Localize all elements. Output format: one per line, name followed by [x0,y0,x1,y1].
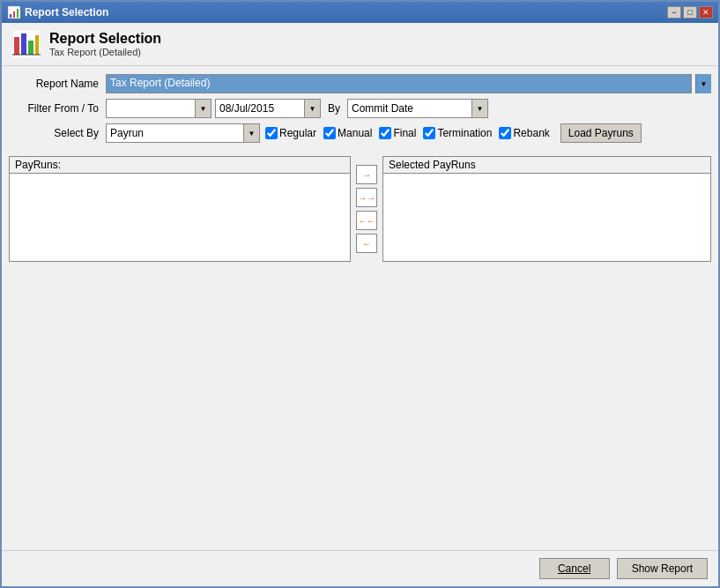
payruns-list-body[interactable] [10,174,350,261]
filter-to-arrow[interactable]: ▼ [304,100,320,117]
svg-rect-5 [14,37,19,55]
payruns-list-header: PayRuns: [10,157,350,174]
filter-to-field[interactable]: 08/Jul/2015 ▼ [215,99,321,118]
manual-checkbox-item: Manual [323,127,372,139]
svg-rect-7 [28,41,33,55]
window-icon [7,5,21,19]
filter-to-value: 08/Jul/2015 [216,102,304,115]
commit-date-value: Commit Date [348,102,471,115]
report-name-control: Tax Report (Detailed) ▼ [106,74,711,93]
termination-label: Termination [437,127,492,139]
header-section: Report Selection Tax Report (Detailed) [2,23,718,66]
title-left: Report Selection [7,5,108,19]
chart-icon [12,30,41,58]
report-name-label: Report Name [9,78,106,90]
main-window: Report Selection − □ ✕ Report Selection … [0,0,720,588]
add-one-button[interactable]: → [356,165,377,184]
regular-label: Regular [279,127,316,139]
selected-payruns-list-header: Selected PayRuns [383,157,710,174]
commit-date-dropdown[interactable]: Commit Date ▼ [347,99,488,118]
svg-rect-2 [13,11,15,18]
maximize-button[interactable]: □ [683,6,697,19]
title-bar-text: Report Selection [25,6,108,19]
bottom-bar: Cancel Show Report [2,550,718,586]
show-report-button[interactable]: Show Report [617,558,708,579]
select-by-value: Payrun [107,127,243,139]
title-bar-buttons: − □ ✕ [667,6,713,19]
header-titles: Report Selection Tax Report (Detailed) [49,31,161,57]
remove-all-button[interactable]: ←← [356,211,377,230]
minimize-button[interactable]: − [667,6,681,19]
select-by-arrow[interactable]: ▼ [243,124,259,142]
select-by-dropdown[interactable]: Payrun ▼ [106,123,260,143]
filter-from-arrow[interactable]: ▼ [195,100,211,117]
content-area: Report Selection Tax Report (Detailed) R… [2,23,718,586]
filter-label: Filter From / To [9,102,106,115]
final-checkbox-item: Final [379,127,416,139]
by-label: By [324,102,344,115]
cancel-button[interactable]: Cancel [539,558,610,579]
form-section: Report Name Tax Report (Detailed) ▼ Filt… [2,66,718,151]
report-name-dropdown-arrow[interactable]: ▼ [695,74,711,93]
lists-section: PayRuns: → →→ ←← ← [2,151,718,356]
transfer-buttons: → →→ ←← ← [351,156,382,262]
regular-checkbox[interactable] [265,127,278,139]
svg-rect-8 [35,35,39,55]
svg-rect-1 [10,14,11,18]
final-checkbox[interactable] [379,127,391,139]
manual-label: Manual [338,127,372,139]
filter-row: Filter From / To ▼ 08/Jul/2015 ▼ By Comm… [2,96,718,121]
add-all-button[interactable]: →→ [356,188,377,207]
title-bar: Report Selection − □ ✕ [2,2,718,23]
load-payruns-button[interactable]: Load Payruns [560,123,642,143]
regular-checkbox-item: Regular [265,127,316,139]
filter-control: ▼ 08/Jul/2015 ▼ By Commit Date ▼ [106,99,711,118]
header-title-sub: Tax Report (Detailed) [49,47,161,57]
selected-payruns-list-container: Selected PayRuns [382,156,711,262]
commit-date-arrow[interactable]: ▼ [471,100,487,117]
checkboxes-area: Regular Manual Final Termination [265,123,642,143]
manual-checkbox[interactable] [323,127,336,139]
payruns-list-container: PayRuns: [9,156,351,262]
selected-payruns-list-label: Selected PayRuns [389,159,476,171]
report-name-row: Report Name Tax Report (Detailed) ▼ [2,71,718,96]
header-title-main: Report Selection [49,31,161,47]
rebank-checkbox[interactable] [499,127,511,139]
rebank-label: Rebank [513,127,549,139]
termination-checkbox[interactable] [423,127,435,139]
select-by-label: Select By [9,127,106,139]
rebank-checkbox-item: Rebank [499,127,549,139]
select-by-row: Select By Payrun ▼ Regular Manual [2,121,718,145]
final-label: Final [393,127,416,139]
payruns-list-label: PayRuns: [15,159,61,171]
spacer [2,356,718,551]
remove-one-button[interactable]: ← [356,234,377,253]
close-button[interactable]: ✕ [699,6,713,19]
report-name-field[interactable]: Tax Report (Detailed) [106,74,692,93]
svg-rect-3 [17,9,19,18]
selected-payruns-list-body[interactable] [383,174,710,261]
filter-from-field[interactable]: ▼ [106,99,212,118]
svg-rect-6 [21,33,26,55]
termination-checkbox-item: Termination [423,127,492,139]
